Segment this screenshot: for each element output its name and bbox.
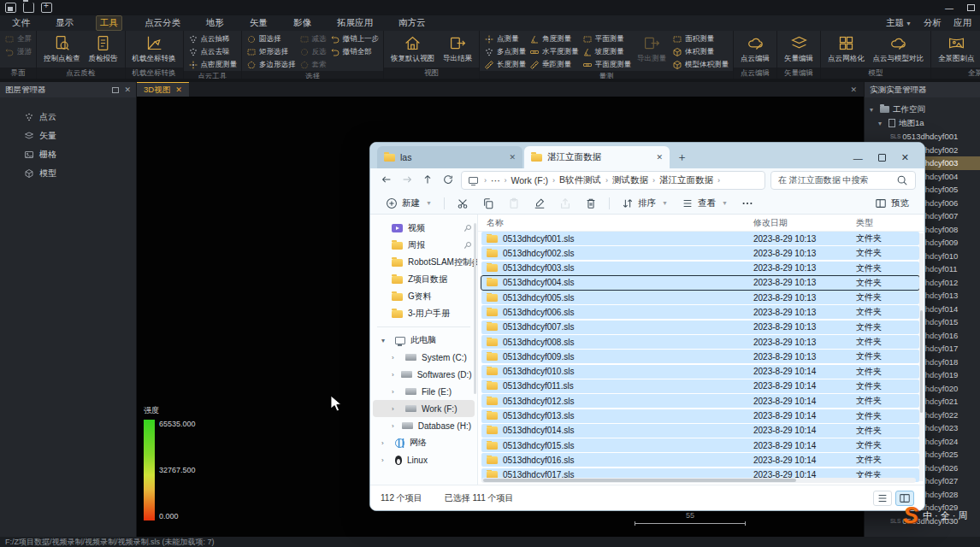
- toolbar-查看-button[interactable]: 查看▼: [676, 195, 733, 212]
- toolbar-del-button[interactable]: [580, 195, 602, 212]
- file-row-0513dhdcyf001.sls[interactable]: 0513dhdcyf001.sls2023-8-29 10:13文件夹: [481, 232, 919, 245]
- nav-scrollbar[interactable]: [474, 223, 476, 394]
- ribbon-button-多边形选择[interactable]: 多边形选择: [246, 59, 296, 71]
- menu-item-工具[interactable]: 工具: [96, 15, 122, 31]
- ribbon-button-反选[interactable]: 反选: [299, 46, 327, 58]
- ribbon-button-漫游[interactable]: 漫游: [4, 46, 32, 58]
- file-row-0513dhdcyf013.sls[interactable]: 0513dhdcyf013.sls2023-8-29 10:14文件夹: [481, 409, 919, 423]
- ribbon-button-点密度测量[interactable]: 点密度测量: [188, 59, 238, 71]
- chevron-icon[interactable]: ›: [392, 405, 398, 413]
- breadcrumb-item-湛江立面数据[interactable]: 湛江立面数据: [659, 174, 713, 186]
- ribbon-button-圆选择[interactable]: 圆选择: [246, 33, 296, 45]
- file-row-0513dhdcyf002.sls[interactable]: 0513dhdcyf002.sls2023-8-29 10:13文件夹: [481, 246, 919, 260]
- forward-icon[interactable]: [399, 174, 415, 188]
- file-row-0513dhdcyf008.sls[interactable]: 0513dhdcyf008.sls2023-8-29 10:13文件夹: [481, 335, 919, 349]
- chevron-icon[interactable]: ›: [392, 388, 398, 396]
- ribbon-button-导出测量[interactable]: 导出测量: [635, 33, 669, 65]
- ribbon-button-全屏[interactable]: 全屏: [4, 33, 32, 45]
- breadcrumb-item-⋯[interactable]: ⋯: [491, 175, 500, 185]
- column-header-date[interactable]: 修改日期: [753, 217, 856, 229]
- ribbon-button-体积测量[interactable]: 体积测量: [672, 46, 729, 58]
- menu-item-点云分类[interactable]: 点云分类: [141, 16, 184, 30]
- nav-item-Linux[interactable]: ›Linux: [373, 451, 475, 468]
- ribbon-button-撤销上一步[interactable]: 撤销上一步: [330, 33, 380, 45]
- tab-close-icon[interactable]: ✕: [656, 153, 663, 162]
- breadcrumb-item-Work (F:)[interactable]: Work (F:): [511, 175, 549, 185]
- file-row-0513dhdcyf014.sls[interactable]: 0513dhdcyf014.sls2023-8-29 10:14文件夹: [481, 424, 919, 438]
- ribbon-button-点云去噪[interactable]: 点云去噪: [188, 46, 238, 58]
- toolbar-share-button[interactable]: [554, 195, 576, 212]
- file-row-0513dhdcyf004.sls[interactable]: 0513dhdcyf004.sls2023-8-29 10:13文件夹: [481, 276, 919, 290]
- ribbon-button-套索[interactable]: 套索: [299, 59, 327, 71]
- ribbon-button-全景图刺点[interactable]: 全景图刺点: [936, 33, 977, 65]
- toolbar-preview-button[interactable]: 预览: [870, 195, 914, 212]
- ribbon-button-坡度测量[interactable]: 坡度测量: [582, 46, 632, 58]
- tree-node-map[interactable]: ▾地图1a: [865, 116, 980, 130]
- toolbar-more-button[interactable]: [736, 195, 759, 212]
- ribbon-button-平面测量[interactable]: 平面测量: [582, 33, 632, 45]
- tree-node-workspace[interactable]: ▾工作空间: [865, 103, 980, 116]
- toolbar-copy-button[interactable]: [477, 195, 499, 212]
- nav-item-3-用户手册[interactable]: 3-用户手册: [373, 305, 475, 322]
- ribbon-button-面积测量[interactable]: 面积测量: [672, 33, 729, 45]
- menu-item-显示[interactable]: 显示: [52, 16, 77, 30]
- toolbar-paste-button[interactable]: [503, 195, 525, 212]
- analysis-menu[interactable]: 分析: [924, 17, 942, 29]
- toolbar-rename-button[interactable]: [528, 195, 551, 212]
- ribbon-button-点云与模型对比[interactable]: 点云与模型对比: [871, 33, 927, 65]
- menu-item-影像[interactable]: 影像: [290, 16, 315, 30]
- menu-item-矢量[interactable]: 矢量: [246, 16, 271, 30]
- file-row-0513dhdcyf006.sls[interactable]: 0513dhdcyf006.sls2023-8-29 10:13文件夹: [481, 305, 919, 319]
- breadcrumb-item-B软件测试[interactable]: B软件测试: [559, 174, 601, 186]
- explorer-maximize-icon[interactable]: [878, 154, 886, 162]
- nav-item-视频[interactable]: 视频: [373, 220, 475, 237]
- horizontal-scrollbar[interactable]: [481, 478, 916, 483]
- breadcrumb-item-测试数据[interactable]: 测试数据: [612, 174, 648, 186]
- nav-item-RobotSLAM控制参数[interactable]: RobotSLAM控制参数: [373, 254, 475, 271]
- chevron-down-icon[interactable]: ▾: [870, 106, 877, 114]
- ribbon-button-质检报告[interactable]: 质检报告: [86, 33, 121, 65]
- back-icon[interactable]: [379, 174, 394, 188]
- refresh-icon[interactable]: [440, 174, 456, 188]
- file-row-0513dhdcyf010.sls[interactable]: 0513dhdcyf010.sls2023-8-29 10:14文件夹: [481, 365, 919, 379]
- ribbon-button-多点测量[interactable]: 多点测量: [484, 46, 526, 58]
- tabstrip-close-icon[interactable]: ✕: [850, 85, 864, 94]
- menu-item-南方云[interactable]: 南方云: [395, 16, 429, 30]
- ribbon-button-控制点检查[interactable]: 控制点检查: [41, 33, 83, 65]
- layer-item-模型[interactable]: 模型: [0, 164, 136, 183]
- nav-item-G资料[interactable]: G资料: [373, 288, 475, 305]
- ribbon-button-矩形选择[interactable]: 矩形选择: [246, 46, 296, 58]
- ribbon-button-点测量[interactable]: 点测量: [484, 33, 526, 45]
- new-tab-icon[interactable]: ＋: [671, 150, 694, 168]
- open-folder-icon[interactable]: [23, 3, 34, 13]
- nav-item-System (C:)[interactable]: ›System (C:): [373, 349, 475, 366]
- layer-item-矢量[interactable]: 矢量: [0, 126, 136, 145]
- panel-float-icon[interactable]: [112, 87, 119, 93]
- ribbon-button-角度测量[interactable]: 角度测量: [529, 33, 579, 45]
- nav-item-Z项目数据[interactable]: Z项目数据: [373, 271, 475, 288]
- nav-item-网络[interactable]: ›网络: [373, 434, 475, 451]
- details-view-button[interactable]: [873, 491, 892, 506]
- chevron-icon[interactable]: ›: [381, 439, 388, 447]
- tab-close-icon[interactable]: ✕: [175, 85, 182, 94]
- ribbon-button-点云抽稀[interactable]: 点云抽稀: [188, 33, 238, 45]
- layer-item-点云[interactable]: 点云: [0, 108, 136, 126]
- ribbon-button-恢复默认视图[interactable]: 恢复默认视图: [388, 33, 437, 65]
- list-scrollbar[interactable]: [919, 233, 924, 481]
- panel-close-icon[interactable]: ✕: [124, 85, 131, 94]
- nav-item-Database (H:)[interactable]: ›Database (H:): [373, 417, 475, 434]
- chevron-icon[interactable]: ▾: [381, 337, 388, 344]
- ribbon-button-点云网格化[interactable]: 点云网格化: [825, 33, 867, 65]
- toolbar-排序-button[interactable]: 排序▼: [617, 195, 673, 212]
- tab-3d-view[interactable]: 3D视图 ✕: [137, 82, 189, 97]
- explorer-minimize-icon[interactable]: —: [853, 153, 863, 163]
- ribbon-button-垂距测量[interactable]: 垂距测量: [529, 59, 579, 71]
- menu-item-地形[interactable]: 地形: [203, 16, 227, 30]
- chevron-icon[interactable]: ›: [392, 422, 395, 430]
- menu-item-文件[interactable]: 文件: [9, 16, 33, 30]
- explorer-tab-las[interactable]: las✕: [377, 146, 522, 168]
- ribbon-button-减选[interactable]: 减选: [299, 33, 327, 45]
- toolbar-新建-button[interactable]: 新建▼: [381, 195, 437, 212]
- menu-item-拓展应用[interactable]: 拓展应用: [334, 16, 376, 30]
- nav-item-Softwares (D:)[interactable]: ›Softwares (D:): [373, 366, 475, 383]
